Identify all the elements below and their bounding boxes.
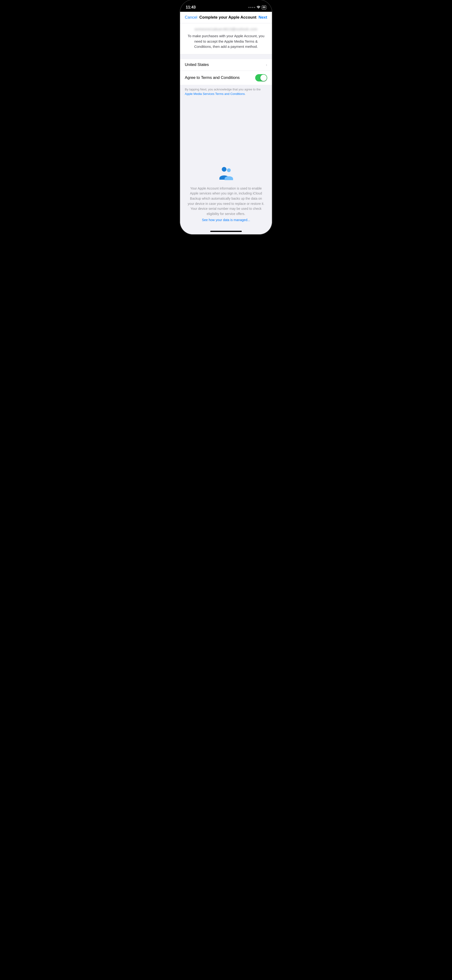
settings-section: United States › Agree to Terms and Condi… xyxy=(180,59,272,85)
home-indicator xyxy=(180,229,272,234)
battery-level: 89 xyxy=(263,6,265,9)
terms-row: Agree to Terms and Conditions xyxy=(180,71,272,85)
country-row[interactable]: United States › xyxy=(180,59,272,71)
chevron-right-icon: › xyxy=(266,62,267,67)
header-description: To make purchases with your Apple Accoun… xyxy=(186,33,266,49)
nav-bar: Cancel Complete your Apple Account Next xyxy=(180,12,272,23)
svg-point-0 xyxy=(222,167,226,172)
terms-note: By tapping Next, you acknowledge that yo… xyxy=(180,85,272,100)
terms-link[interactable]: Apple Media Services Terms and Condition… xyxy=(185,92,245,95)
svg-point-1 xyxy=(227,169,231,172)
status-bar: 11:43 89 xyxy=(180,0,272,12)
terms-note-text: By tapping Next, you acknowledge that yo… xyxy=(185,88,261,91)
bottom-description: Your Apple Account information is used t… xyxy=(187,186,265,216)
status-icons: 89 xyxy=(248,5,266,10)
status-time: 11:43 xyxy=(186,5,196,10)
header-section: someone1abuer4613@outlook.com To make pu… xyxy=(180,23,272,54)
wifi-icon xyxy=(256,5,260,9)
next-button[interactable]: Next xyxy=(258,15,267,20)
phone-frame: 11:43 89 xyxy=(180,0,272,234)
battery-icon: 89 xyxy=(262,5,266,10)
terms-note-period: . xyxy=(245,92,246,95)
country-label: United States xyxy=(185,62,209,67)
signal-icon xyxy=(248,7,255,8)
email-display: someone1abuer4613@outlook.com xyxy=(186,27,266,31)
spacer xyxy=(180,100,272,161)
data-link[interactable]: See how your data is managed... xyxy=(202,218,250,222)
terms-label: Agree to Terms and Conditions xyxy=(185,75,240,80)
people-icon xyxy=(216,166,236,182)
bottom-info-section: Your Apple Account information is used t… xyxy=(180,161,272,229)
page-title: Complete your Apple Account xyxy=(197,15,258,20)
terms-toggle[interactable] xyxy=(255,74,267,81)
screen-content: Cancel Complete your Apple Account Next … xyxy=(180,12,272,234)
cancel-button[interactable]: Cancel xyxy=(185,15,197,20)
toggle-knob xyxy=(260,75,267,81)
home-bar xyxy=(210,231,242,232)
